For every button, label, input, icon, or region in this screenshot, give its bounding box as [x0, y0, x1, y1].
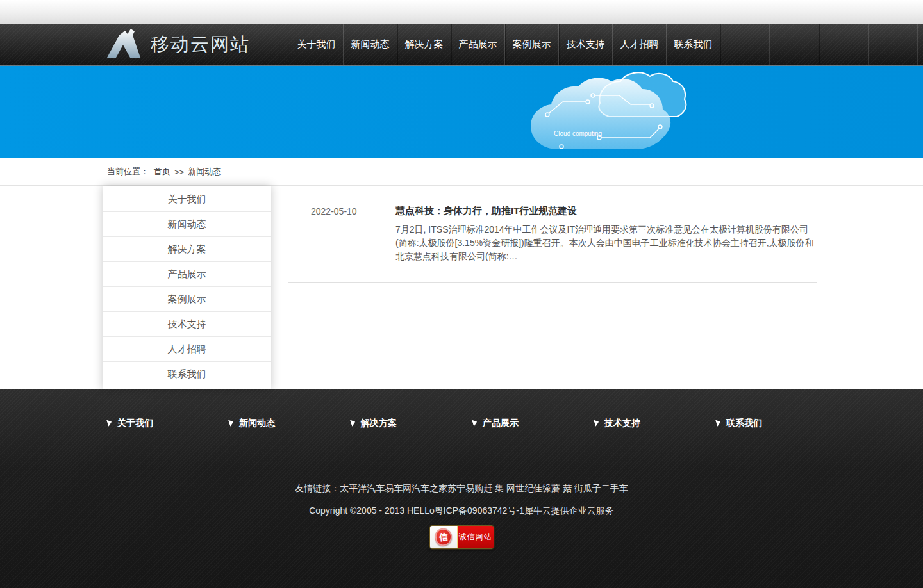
- sidebar-item-jobs[interactable]: 人才招聘: [103, 337, 271, 362]
- nav-divider: [720, 24, 770, 65]
- arrow-right-icon: [228, 418, 235, 427]
- trust-badge-wrap: 信 诚信网站: [0, 525, 923, 549]
- friend-link[interactable]: 易车网: [385, 483, 412, 493]
- trust-badge-label: 诚信网站: [457, 526, 494, 548]
- nav-item-contact[interactable]: 联系我们: [667, 24, 720, 65]
- cloud-computing-label: Cloud computing: [554, 130, 602, 137]
- main-nav: 关于我们 新闻动态 解决方案 产品展示 案例展示 技术支持 人才招聘 联系我们: [290, 24, 918, 65]
- sidebar-item-products[interactable]: 产品展示: [103, 262, 271, 287]
- copyright-text: Copyright ©2005 - 2013 HELLo粤ICP备0906374…: [0, 505, 923, 517]
- hero-banner: Cloud computing: [0, 66, 923, 158]
- friend-link[interactable]: 汽车之家: [412, 483, 447, 493]
- arrow-right-icon: [106, 418, 113, 427]
- sidebar-item-support[interactable]: 技术支持: [103, 312, 271, 337]
- footer-nav-label: 解决方案: [361, 418, 397, 429]
- friend-links-label: 友情链接：: [295, 483, 340, 493]
- friend-link[interactable]: 世纪佳缘: [515, 483, 551, 493]
- friend-link[interactable]: 蘑 菇 街: [551, 483, 583, 493]
- sidebar-menu: 关于我们 新闻动态 解决方案 产品展示 案例展示 技术支持 人才招聘 联系我们: [103, 186, 271, 389]
- breadcrumb-home-link[interactable]: 首页: [154, 166, 170, 177]
- footer-nav-label: 产品展示: [483, 418, 519, 429]
- footer-nav-solutions[interactable]: 解决方案: [351, 418, 473, 429]
- friend-link[interactable]: 瓜子二手车: [583, 483, 628, 493]
- cloud-computing-illustration: Cloud computing: [524, 69, 691, 157]
- breadcrumb-label: 当前位置：: [107, 166, 149, 177]
- sidebar-item-cases[interactable]: 案例展示: [103, 287, 271, 312]
- top-strip: [0, 0, 923, 24]
- friend-link[interactable]: 苏宁易购: [447, 483, 483, 493]
- friend-link[interactable]: 赶 集 网: [483, 483, 515, 493]
- arrow-right-icon: [715, 418, 722, 427]
- news-list: 2022-05-10 慧点科技：身体力行，助推IT行业规范建设 7月2日, IT…: [288, 186, 817, 283]
- nav-item-cases[interactable]: 案例展示: [505, 24, 559, 65]
- nav-divider: [770, 24, 819, 65]
- footer-nav-about[interactable]: 关于我们: [108, 418, 229, 429]
- nav-divider: [869, 24, 918, 65]
- footer-nav-contact[interactable]: 联系我们: [717, 418, 838, 429]
- friend-links: 友情链接：太平洋汽车易车网汽车之家苏宁易购赶 集 网世纪佳缘蘑 菇 街瓜子二手车: [0, 483, 923, 494]
- nav-item-support[interactable]: 技术支持: [559, 24, 613, 65]
- footer-nav-news[interactable]: 新闻动态: [229, 418, 351, 429]
- news-excerpt: 7月2日, ITSS治理标准2014年中工作会议及IT治理通用要求第三次标准意见…: [395, 223, 817, 263]
- news-title-link[interactable]: 慧点科技：身体力行，助推IT行业规范建设: [395, 205, 817, 217]
- logo-text: 移动云网站: [151, 32, 250, 58]
- arrow-right-icon: [472, 418, 478, 427]
- footer-nav: 关于我们 新闻动态 解决方案 产品展示 技术支持 联系我们: [0, 389, 923, 429]
- arrow-right-icon: [350, 418, 356, 427]
- nav-item-jobs[interactable]: 人才招聘: [613, 24, 667, 65]
- nav-item-news[interactable]: 新闻动态: [344, 24, 397, 65]
- news-item[interactable]: 2022-05-10 慧点科技：身体力行，助推IT行业规范建设 7月2日, IT…: [288, 205, 817, 283]
- nav-item-products[interactable]: 产品展示: [451, 24, 505, 65]
- trust-badge-seal-area: 信: [430, 526, 457, 548]
- breadcrumb-separator: >>: [174, 167, 184, 177]
- site-header: 移动云网站 关于我们 新闻动态 解决方案 产品展示 案例展示 技术支持 人才招聘…: [0, 24, 923, 66]
- footer-nav-products[interactable]: 产品展示: [473, 418, 595, 429]
- breadcrumb: 当前位置： 首页 >> 新闻动态: [0, 158, 923, 186]
- site-footer: 关于我们 新闻动态 解决方案 产品展示 技术支持 联系我们 友情链接：太平洋汽车…: [0, 389, 923, 588]
- footer-nav-label: 关于我们: [117, 418, 153, 429]
- trust-badge[interactable]: 信 诚信网站: [429, 525, 494, 549]
- footer-nav-label: 联系我们: [726, 418, 762, 429]
- footer-nav-label: 新闻动态: [239, 418, 275, 429]
- breadcrumb-current: 新闻动态: [188, 166, 221, 177]
- trust-seal-icon: 信: [434, 528, 453, 547]
- main-content: 关于我们 新闻动态 解决方案 产品展示 案例展示 技术支持 人才招聘 联系我们 …: [0, 186, 923, 389]
- nav-item-solutions[interactable]: 解决方案: [397, 24, 451, 65]
- footer-nav-label: 技术支持: [604, 418, 640, 429]
- sidebar-item-solutions[interactable]: 解决方案: [103, 237, 271, 262]
- sidebar-item-about[interactable]: 关于我们: [103, 187, 271, 212]
- friend-link[interactable]: 太平洋汽车: [340, 483, 385, 493]
- sidebar-item-contact[interactable]: 联系我们: [103, 362, 271, 387]
- logo-mountain-icon: [106, 28, 142, 61]
- site-logo[interactable]: 移动云网站: [106, 24, 290, 65]
- news-body: 慧点科技：身体力行，助推IT行业规范建设 7月2日, ITSS治理标准2014年…: [395, 205, 817, 263]
- nav-item-about[interactable]: 关于我们: [290, 24, 344, 65]
- nav-divider: [819, 24, 869, 65]
- sidebar-item-news[interactable]: 新闻动态: [103, 212, 271, 237]
- news-date: 2022-05-10: [288, 205, 395, 263]
- arrow-right-icon: [594, 418, 600, 427]
- footer-nav-support[interactable]: 技术支持: [595, 418, 717, 429]
